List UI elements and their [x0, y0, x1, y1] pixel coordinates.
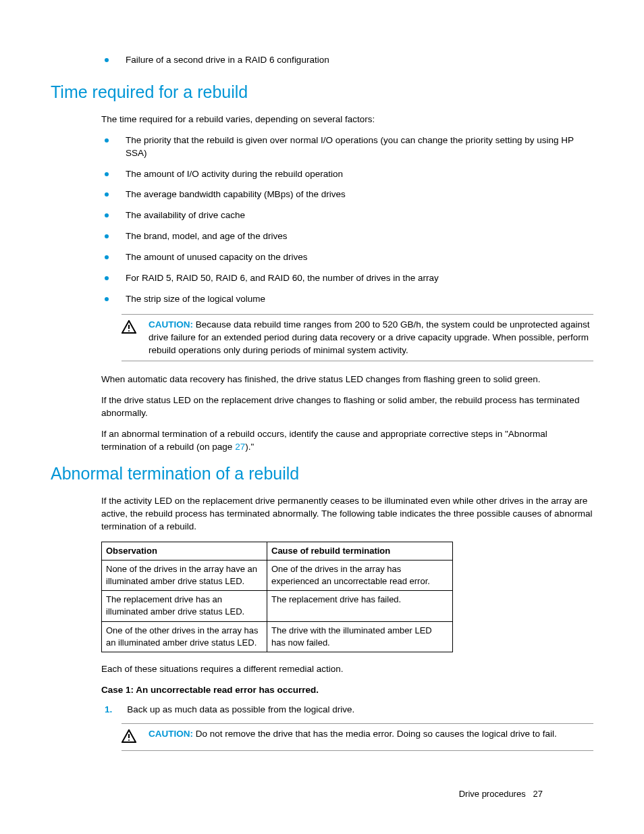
svg-point-3 [128, 739, 130, 741]
list-item: The amount of unused capacity on the dri… [105, 251, 593, 264]
caution-text: Because data rebuild time ranges from 20… [149, 319, 590, 355]
step-1: 1. Back up as much data as possible from… [105, 704, 593, 716]
footer-section: Drive procedures [459, 789, 526, 799]
section2-after: Each of these situations requires a diff… [101, 663, 593, 676]
section1-p3: If an abnormal termination of a rebuild … [101, 428, 593, 454]
td-cause: The replacement drive has failed. [267, 591, 453, 621]
bullet-icon [105, 297, 109, 301]
svg-point-1 [128, 330, 130, 332]
caution-label: CAUTION: [149, 729, 193, 739]
footer-page: 27 [533, 789, 543, 799]
caution-content: CAUTION: Do not remove the drive that ha… [149, 728, 557, 741]
list-item: The amount of I/O activity during the re… [105, 168, 593, 181]
list-text: The amount of unused capacity on the dri… [126, 251, 307, 264]
list-item: For RAID 5, RAID 50, RAID 6, and RAID 60… [105, 272, 593, 285]
caution-triangle-icon [122, 729, 136, 747]
list-item: The priority that the rebuild is given o… [105, 134, 593, 160]
td-obs: One of the other drives in the array has… [102, 621, 267, 652]
caution-label: CAUTION: [149, 319, 193, 330]
list-text: The amount of I/O activity during the re… [126, 168, 343, 181]
list-item: The average bandwidth capability (MBps) … [105, 188, 593, 201]
td-cause: One of the drives in the array has exper… [267, 560, 453, 590]
th-cause: Cause of rebuild termination [267, 542, 453, 560]
section2-heading: Abnormal termination of a rebuild [51, 462, 593, 486]
list-text: The brand, model, and age of the drives [126, 230, 287, 243]
list-text: The priority that the rebuild is given o… [126, 134, 593, 160]
list-item: The brand, model, and age of the drives [105, 230, 593, 243]
list-text: The strip size of the logical volume [126, 293, 265, 306]
p3-post: )." [245, 442, 254, 452]
list-item: The strip size of the logical volume [105, 293, 593, 306]
bullet-icon [105, 276, 109, 280]
td-obs: The replacement drive has an illuminated… [102, 591, 267, 621]
td-cause: The drive with the illuminated amber LED… [267, 621, 453, 652]
intro-bullet-item: Failure of a second drive in a RAID 6 co… [105, 54, 593, 67]
factors-list: The priority that the rebuild is given o… [105, 134, 593, 306]
section2-intro: If the activity LED on the replacement d… [101, 495, 593, 533]
bullet-icon [105, 255, 109, 259]
section1-p1: When automatic data recovery has finishe… [101, 373, 593, 386]
caution-content: CAUTION: Because data rebuild time range… [149, 319, 593, 357]
list-item: The availability of drive cache [105, 209, 593, 222]
termination-table: Observation Cause of rebuild termination… [101, 542, 453, 652]
th-observation: Observation [102, 542, 267, 560]
section1-intro: The time required for a rebuild varies, … [101, 113, 593, 126]
step-text: Back up as much data as possible from th… [127, 704, 354, 716]
p3-pre: If an abnormal termination of a rebuild … [101, 429, 547, 452]
list-text: The availability of drive cache [126, 209, 245, 222]
bullet-icon [105, 138, 109, 142]
table-header-row: Observation Cause of rebuild termination [102, 542, 453, 560]
table-row: One of the other drives in the array has… [102, 621, 453, 652]
page-footer: Drive procedures 27 [459, 788, 543, 800]
caution-box-1: CAUTION: Because data rebuild time range… [122, 314, 593, 362]
td-obs: None of the drives in the array have an … [102, 560, 267, 590]
table-row: None of the drives in the array have an … [102, 560, 453, 590]
caution-box-2: CAUTION: Do not remove the drive that ha… [122, 723, 593, 752]
page-link[interactable]: 27 [235, 442, 245, 452]
bullet-icon [105, 234, 109, 238]
bullet-icon [105, 213, 109, 217]
bullet-icon [105, 58, 109, 62]
intro-bullet-text: Failure of a second drive in a RAID 6 co… [126, 54, 329, 67]
bullet-icon [105, 172, 109, 176]
table-row: The replacement drive has an illuminated… [102, 591, 453, 621]
section1-p2: If the drive status LED on the replaceme… [101, 394, 593, 420]
caution-triangle-icon [122, 320, 136, 338]
step-number: 1. [105, 704, 112, 716]
caution-text: Do not remove the drive that has the med… [196, 729, 557, 739]
list-text: For RAID 5, RAID 50, RAID 6, and RAID 60… [126, 272, 439, 285]
bullet-icon [105, 192, 109, 197]
case1-heading: Case 1: An uncorrectable read error has … [101, 684, 593, 697]
section1-heading: Time required for a rebuild [51, 80, 593, 104]
list-text: The average bandwidth capability (MBps) … [126, 188, 346, 201]
